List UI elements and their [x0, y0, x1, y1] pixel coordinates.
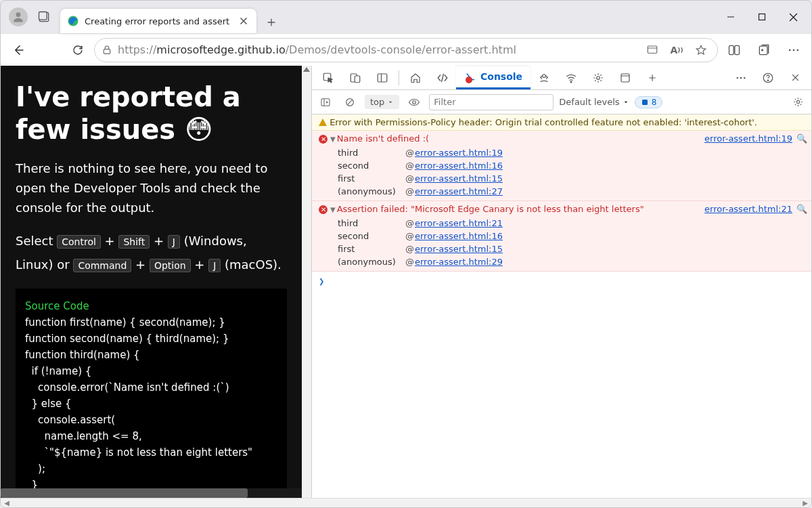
- svg-point-23: [744, 77, 745, 78]
- workspaces-icon[interactable]: [30, 3, 58, 30]
- page-intro: There is nothing to see here, you need t…: [16, 159, 287, 217]
- svg-rect-6: [648, 46, 657, 54]
- address-bar[interactable]: https://microsoftedge.github.io/Demos/de…: [94, 38, 718, 62]
- stack-trace: third@error-assert.html:21 second@error-…: [338, 217, 806, 268]
- console-toolbar: top Default levels 8: [312, 90, 811, 114]
- error-icon: ✕: [319, 135, 328, 144]
- title-bar: Creating error reports and assert: [1, 1, 811, 33]
- search-icon[interactable]: 🔍: [796, 133, 807, 144]
- svg-point-22: [740, 77, 742, 78]
- source-link[interactable]: error-assert.html:21: [704, 204, 792, 214]
- issues-counter[interactable]: 8: [635, 96, 663, 108]
- svg-rect-2: [39, 12, 47, 20]
- svg-rect-7: [729, 45, 734, 54]
- svg-point-17: [543, 74, 546, 77]
- tab-console[interactable]: Console: [456, 66, 531, 89]
- window-horizontal-scrollbar[interactable]: ◀▶: [1, 498, 811, 507]
- svg-rect-4: [759, 14, 765, 20]
- svg-point-0: [16, 12, 21, 17]
- svg-point-30: [796, 100, 799, 103]
- svg-point-28: [413, 100, 416, 104]
- page-content: I've reported a few issues 😳 There is no…: [1, 66, 302, 498]
- window-close-button[interactable]: [777, 3, 809, 30]
- svg-point-12: [797, 49, 799, 51]
- browser-tab[interactable]: Creating error reports and assert: [60, 9, 256, 33]
- menu-button[interactable]: [780, 37, 807, 64]
- svg-rect-29: [642, 100, 648, 105]
- split-screen-icon[interactable]: [721, 37, 748, 64]
- tab-sources-icon[interactable]: [531, 66, 558, 89]
- console-message-error[interactable]: ✕▼Assertion failed: "Microsoft Edge Cana…: [312, 201, 811, 272]
- search-icon[interactable]: 🔍: [796, 204, 807, 214]
- edge-favicon-icon: [67, 15, 79, 27]
- toggle-sidebar-icon[interactable]: [316, 93, 335, 112]
- svg-point-19: [597, 76, 600, 79]
- error-icon: ✕: [319, 205, 328, 214]
- inspect-element-icon[interactable]: [315, 66, 342, 89]
- log-levels-selector[interactable]: Default levels: [559, 97, 629, 107]
- source-link[interactable]: error-assert.html:19: [704, 133, 792, 144]
- window-minimize-button[interactable]: [715, 3, 746, 30]
- svg-rect-15: [355, 76, 360, 83]
- svg-rect-20: [621, 74, 629, 82]
- console-output: Error with Permissions-Policy header: Or…: [312, 114, 811, 498]
- svg-point-21: [737, 77, 738, 78]
- more-tabs-button[interactable]: [639, 66, 666, 89]
- stack-trace: third@error-assert.html:19 second@error-…: [338, 146, 806, 198]
- context-selector[interactable]: top: [365, 95, 399, 109]
- tab-title: Creating error reports and assert: [85, 16, 232, 26]
- filter-input[interactable]: [429, 94, 554, 110]
- collections-icon[interactable]: [750, 37, 777, 64]
- app-mode-icon[interactable]: [643, 41, 662, 60]
- new-tab-button[interactable]: [261, 12, 282, 33]
- read-aloud-icon[interactable]: A)): [667, 41, 686, 60]
- source-code-box: Source Code function first(name) { secon…: [16, 289, 287, 498]
- console-message-error[interactable]: ✕▼Name isn't defined :( error-assert.htm…: [312, 131, 811, 201]
- devtools-tab-strip: Console: [312, 66, 811, 90]
- page-heading: I've reported a few issues 😳: [16, 81, 287, 146]
- devtools-help-icon[interactable]: [754, 66, 782, 89]
- console-prompt[interactable]: ❯: [312, 272, 811, 291]
- clear-console-icon[interactable]: [340, 93, 359, 112]
- scroll-up-icon[interactable]: [303, 67, 310, 72]
- svg-point-10: [789, 49, 791, 51]
- devtools-panel: Console top Default levels 8: [311, 66, 811, 498]
- svg-rect-16: [378, 74, 387, 82]
- lock-icon: [102, 45, 112, 56]
- svg-point-11: [793, 49, 795, 51]
- tab-elements[interactable]: [429, 66, 456, 89]
- console-message-warning[interactable]: Error with Permissions-Policy header: Or…: [312, 114, 811, 131]
- expand-caret-icon[interactable]: ▼: [330, 135, 336, 143]
- svg-rect-9: [759, 46, 767, 55]
- devtools-close-icon[interactable]: [782, 66, 809, 89]
- window-maximize-button[interactable]: [746, 3, 777, 30]
- device-emulation-icon[interactable]: [342, 66, 369, 89]
- devtools-splitter[interactable]: [302, 66, 311, 498]
- live-expression-icon[interactable]: [405, 93, 424, 112]
- tab-welcome[interactable]: [402, 66, 429, 89]
- svg-point-25: [767, 80, 768, 81]
- refresh-button[interactable]: [64, 37, 91, 64]
- tab-application-icon[interactable]: [612, 66, 639, 89]
- expand-caret-icon[interactable]: ▼: [330, 206, 336, 213]
- forward-button: [35, 37, 62, 64]
- tab-performance-icon[interactable]: [585, 66, 612, 89]
- svg-rect-5: [104, 49, 110, 54]
- tab-network-icon[interactable]: [558, 66, 585, 89]
- tab-console-label: Console: [480, 71, 522, 82]
- svg-point-18: [570, 81, 572, 83]
- url-text: https://microsoftedge.github.io/Demos/de…: [118, 43, 637, 56]
- svg-rect-8: [735, 45, 740, 54]
- tab-close-icon[interactable]: [238, 15, 250, 27]
- warning-icon: [319, 119, 327, 126]
- back-button[interactable]: [5, 37, 32, 64]
- dock-side-icon[interactable]: [369, 66, 396, 89]
- devtools-more-icon[interactable]: [727, 66, 754, 89]
- keyboard-instructions: Select Control + Shift + J (Windows, Lin…: [16, 230, 287, 276]
- favorite-icon[interactable]: [692, 41, 710, 60]
- console-settings-icon[interactable]: [788, 93, 807, 112]
- profile-avatar[interactable]: [9, 7, 28, 26]
- page-horizontal-scrollbar[interactable]: [1, 488, 302, 498]
- nav-toolbar: https://microsoftedge.github.io/Demos/de…: [1, 33, 811, 66]
